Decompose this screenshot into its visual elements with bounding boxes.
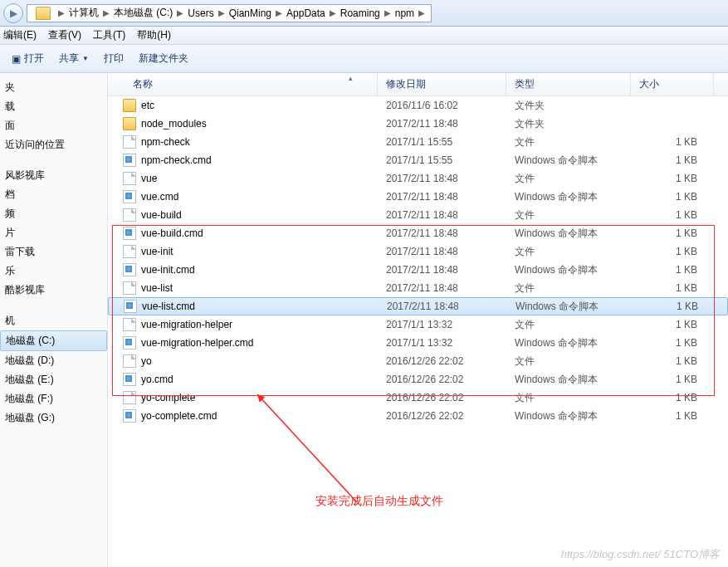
chevron-right-icon[interactable]: ▶ bbox=[174, 8, 186, 17]
file-row[interactable]: yo-complete2016/12/26 22:02文件1 KB bbox=[108, 389, 728, 407]
toolbar: ▣ 打开 共享 ▼ 打印 新建文件夹 bbox=[0, 45, 728, 73]
file-row[interactable]: vue-init.cmd2017/2/11 18:48Windows 命令脚本1… bbox=[108, 261, 728, 279]
breadcrumb-segment[interactable]: 本地磁盘 (C:) bbox=[112, 6, 174, 20]
column-name[interactable]: 名称 bbox=[108, 73, 378, 95]
breadcrumb[interactable]: ▶ 计算机 ▶ 本地磁盘 (C:) ▶ Users ▶ QianMing ▶ A… bbox=[27, 4, 432, 22]
file-type: 文件 bbox=[506, 318, 631, 332]
sort-indicator-icon: ▴ bbox=[349, 74, 353, 82]
sidebar-item-drive-e[interactable]: 地磁盘 (E:) bbox=[0, 370, 107, 389]
sidebar-item[interactable]: 雷下载 bbox=[0, 242, 107, 262]
file-name: vue-init bbox=[141, 246, 173, 257]
file-row[interactable]: npm-check.cmd2017/1/1 15:55Windows 命令脚本1… bbox=[108, 151, 728, 169]
sidebar-item[interactable]: 夹 bbox=[0, 78, 107, 97]
file-name: vue-migration-helper bbox=[141, 319, 232, 330]
file-type: Windows 命令脚本 bbox=[506, 227, 631, 241]
sidebar-item[interactable]: 风影视库 bbox=[0, 166, 107, 185]
sidebar-item[interactable]: 载 bbox=[0, 97, 107, 116]
file-row[interactable]: etc2016/11/6 16:02文件夹 bbox=[108, 96, 728, 115]
file-row[interactable]: npm-check2017/1/1 15:55文件1 KB bbox=[108, 133, 728, 151]
sidebar-item[interactable]: 乐 bbox=[0, 262, 107, 281]
chevron-right-icon[interactable]: ▶ bbox=[216, 8, 227, 17]
breadcrumb-segment[interactable]: Roaming bbox=[339, 7, 382, 19]
sidebar-item[interactable]: 片 bbox=[0, 223, 107, 242]
navigation-pane: 夹 载 面 近访问的位置 风影视库 档 频 片 雷下载 乐 酷影视库 机 地磁盘… bbox=[0, 73, 108, 567]
file-name: npm-check.cmd bbox=[141, 154, 212, 166]
file-size: 1 KB bbox=[632, 301, 715, 312]
file-name: npm-check bbox=[141, 136, 190, 148]
file-size: 1 KB bbox=[631, 355, 714, 367]
sidebar-item[interactable]: 面 bbox=[0, 116, 107, 135]
file-row[interactable]: yo.cmd2016/12/26 22:02Windows 命令脚本1 KB bbox=[108, 370, 728, 389]
menu-help[interactable]: 帮助(H) bbox=[137, 28, 171, 42]
sidebar-item[interactable]: 酷影视库 bbox=[0, 281, 107, 300]
sidebar-item-drive-g[interactable]: 地磁盘 (G:) bbox=[0, 408, 107, 428]
chevron-right-icon[interactable]: ▶ bbox=[327, 8, 339, 17]
breadcrumb-segment[interactable]: npm bbox=[393, 7, 416, 19]
chevron-right-icon[interactable]: ▶ bbox=[100, 8, 112, 17]
chevron-right-icon[interactable]: ▶ bbox=[273, 8, 285, 17]
file-row[interactable]: vue-list.cmd2017/2/11 18:48Windows 命令脚本1… bbox=[108, 297, 728, 315]
file-size: 1 KB bbox=[631, 410, 714, 422]
cmd-icon bbox=[123, 409, 136, 423]
breadcrumb-segment[interactable]: 计算机 bbox=[67, 6, 100, 20]
cmd-icon bbox=[123, 373, 136, 386]
file-name: vue-init.cmd bbox=[141, 264, 195, 276]
file-size: 1 KB bbox=[631, 392, 714, 403]
sidebar-item-computer[interactable]: 机 bbox=[0, 311, 107, 330]
chevron-right-icon[interactable]: ▶ bbox=[56, 8, 67, 17]
open-button[interactable]: ▣ 打开 bbox=[12, 51, 44, 66]
chevron-right-icon[interactable]: ▶ bbox=[382, 8, 393, 17]
file-size: 1 KB bbox=[631, 227, 714, 239]
share-button[interactable]: 共享 ▼ bbox=[59, 51, 89, 66]
open-icon: ▣ bbox=[12, 53, 21, 65]
file-date: 2016/11/6 16:02 bbox=[378, 100, 506, 111]
file-name: node_modules bbox=[141, 118, 207, 130]
column-date[interactable]: 修改日期 bbox=[378, 73, 506, 95]
new-folder-button[interactable]: 新建文件夹 bbox=[139, 51, 188, 66]
file-icon bbox=[123, 391, 136, 404]
file-row[interactable]: vue2017/2/11 18:48文件1 KB bbox=[108, 169, 728, 188]
file-name: yo-complete bbox=[141, 392, 195, 403]
column-type[interactable]: 类型 bbox=[506, 73, 631, 95]
breadcrumb-segment[interactable]: AppData bbox=[285, 7, 327, 19]
file-row[interactable]: yo2016/12/26 22:02文件1 KB bbox=[108, 352, 728, 370]
sidebar-item-drive-f[interactable]: 地磁盘 (F:) bbox=[0, 389, 107, 408]
cmd-icon bbox=[123, 190, 136, 203]
file-row[interactable]: vue-build.cmd2017/2/11 18:48Windows 命令脚本… bbox=[108, 224, 728, 242]
sidebar-item-drive-c[interactable]: 地磁盘 (C:) bbox=[0, 330, 107, 351]
file-row[interactable]: yo-complete.cmd2016/12/26 22:02Windows 命… bbox=[108, 407, 728, 425]
breadcrumb-segment[interactable]: Users bbox=[186, 7, 215, 19]
file-row[interactable]: vue-list2017/2/11 18:48文件1 KB bbox=[108, 279, 728, 297]
menu-tools[interactable]: 工具(T) bbox=[93, 28, 125, 42]
file-row[interactable]: vue-build2017/2/11 18:48文件1 KB bbox=[108, 206, 728, 224]
file-type: 文件 bbox=[506, 245, 631, 259]
file-size: 1 KB bbox=[631, 282, 714, 294]
file-type: 文件 bbox=[506, 208, 631, 222]
file-list-pane: ▴ 名称 修改日期 类型 大小 etc2016/11/6 16:02文件夹nod… bbox=[108, 73, 728, 567]
file-size: 1 KB bbox=[631, 319, 714, 330]
column-headers: ▴ 名称 修改日期 类型 大小 bbox=[108, 73, 728, 96]
file-date: 2016/12/26 22:02 bbox=[378, 374, 506, 385]
file-row[interactable]: vue-init2017/2/11 18:48文件1 KB bbox=[108, 242, 728, 261]
sidebar-item-drive-d[interactable]: 地磁盘 (D:) bbox=[0, 351, 107, 370]
menu-view[interactable]: 查看(V) bbox=[48, 28, 81, 42]
file-name: vue-build bbox=[141, 209, 182, 221]
file-icon bbox=[123, 172, 136, 185]
chevron-right-icon[interactable]: ▶ bbox=[416, 8, 428, 17]
file-row[interactable]: vue.cmd2017/2/11 18:48Windows 命令脚本1 KB bbox=[108, 188, 728, 206]
sidebar-item[interactable]: 频 bbox=[0, 204, 107, 223]
nav-forward-icon[interactable]: ▶ bbox=[3, 3, 23, 23]
file-name: vue-migration-helper.cmd bbox=[141, 337, 253, 349]
breadcrumb-segment[interactable]: QianMing bbox=[227, 7, 273, 19]
sidebar-item[interactable]: 档 bbox=[0, 185, 107, 204]
print-button[interactable]: 打印 bbox=[104, 51, 124, 66]
sidebar-item[interactable]: 近访问的位置 bbox=[0, 135, 107, 154]
file-size: 1 KB bbox=[631, 374, 714, 385]
file-row[interactable]: node_modules2017/2/11 18:48文件夹 bbox=[108, 115, 728, 133]
menu-edit[interactable]: 编辑(E) bbox=[3, 28, 37, 42]
file-type: Windows 命令脚本 bbox=[506, 154, 631, 168]
file-row[interactable]: vue-migration-helper2017/1/1 13:32文件1 KB bbox=[108, 315, 728, 334]
file-date: 2016/12/26 22:02 bbox=[378, 355, 506, 367]
file-row[interactable]: vue-migration-helper.cmd2017/1/1 13:32Wi… bbox=[108, 334, 728, 352]
column-size[interactable]: 大小 bbox=[631, 73, 714, 95]
